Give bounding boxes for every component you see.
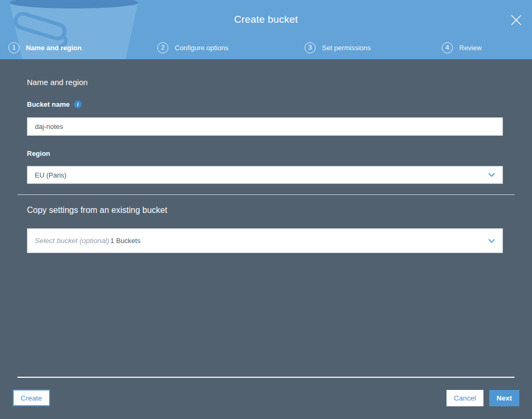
step-label: Set permissions — [322, 44, 370, 52]
step-label: Name and region — [26, 44, 81, 52]
next-button[interactable]: Next — [489, 390, 519, 406]
bucket-name-label: Bucket name i — [27, 100, 82, 108]
region-select[interactable]: EU (Paris) — [27, 166, 503, 184]
copy-settings-heading: Copy settings from an existing bucket — [27, 206, 167, 215]
bucket-name-label-text: Bucket name — [27, 100, 70, 108]
step-number-badge: 1 — [8, 42, 20, 53]
footer-right-actions: Cancel Next — [446, 390, 519, 406]
step-number-badge: 2 — [157, 42, 168, 53]
bucket-select-placeholder: Select bucket (optional) — [35, 237, 109, 245]
wizard-steps: 1 Name and region 2 Configure options 3 … — [0, 42, 532, 53]
dialog-body: Name and region Bucket name i Region EU … — [0, 59, 532, 419]
dialog-header: Create bucket 1 Name and region 2 Config… — [0, 0, 532, 59]
close-icon[interactable] — [510, 14, 522, 26]
section-divider — [17, 194, 515, 195]
wizard-step-configure-options[interactable]: 2 Configure options — [157, 42, 229, 53]
create-bucket-dialog: Create bucket 1 Name and region 2 Config… — [0, 0, 532, 419]
info-icon[interactable]: i — [74, 100, 82, 108]
step-label: Configure options — [175, 44, 229, 52]
footer-divider — [17, 377, 515, 378]
wizard-step-set-permissions[interactable]: 3 Set permissions — [305, 42, 370, 53]
chevron-down-icon — [488, 239, 495, 243]
step-number-badge: 4 — [442, 42, 453, 53]
copy-settings-bucket-select[interactable]: Select bucket (optional) 1 Buckets — [27, 228, 503, 253]
wizard-step-name-and-region[interactable]: 1 Name and region — [8, 42, 81, 53]
section-heading-name-and-region: Name and region — [27, 78, 88, 87]
bucket-name-input[interactable] — [27, 117, 503, 136]
step-number-badge: 3 — [305, 42, 316, 53]
dialog-title: Create bucket — [0, 14, 532, 25]
chevron-down-icon — [488, 173, 495, 177]
bucket-count-text: 1 Buckets — [110, 237, 140, 245]
create-button[interactable]: Create — [13, 389, 50, 406]
region-label-text: Region — [27, 150, 50, 157]
region-label: Region — [27, 150, 50, 157]
cancel-button[interactable]: Cancel — [446, 390, 483, 406]
wizard-step-review[interactable]: 4 Review — [442, 42, 482, 53]
region-selected-value: EU (Paris) — [35, 171, 66, 179]
step-label: Review — [459, 44, 482, 52]
